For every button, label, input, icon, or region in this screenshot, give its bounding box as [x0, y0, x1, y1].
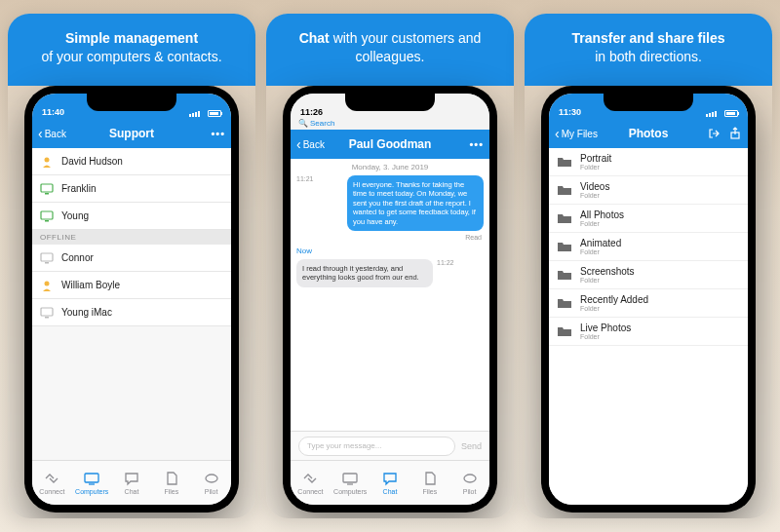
list-item[interactable]: ScreenshotsFolder	[549, 261, 748, 289]
tab-connect[interactable]: Connect	[32, 461, 72, 505]
svg-point-7	[45, 281, 50, 285]
logout-icon[interactable]	[707, 127, 721, 140]
back-button[interactable]: ‹ Back	[296, 137, 325, 151]
banner-2: Chat with your customers and colleagues.	[266, 14, 514, 86]
computer-icon	[40, 210, 54, 222]
list-item[interactable]: Connor	[32, 245, 231, 272]
computers-icon	[341, 471, 359, 486]
list-item[interactable]: All PhotosFolder	[549, 205, 748, 233]
pilot-icon	[461, 471, 479, 486]
list-item[interactable]: Franklin	[32, 175, 231, 203]
list-item[interactable]: Young	[32, 203, 231, 230]
notch	[87, 94, 176, 111]
tab-files[interactable]: Files	[151, 461, 191, 505]
files-list: PortraitFolder VideosFolder All PhotosFo…	[549, 148, 748, 505]
computer-icon	[40, 252, 54, 264]
nav-bar: ‹ Back Support •••	[32, 119, 231, 148]
folder-icon	[557, 240, 572, 254]
files-icon	[163, 471, 180, 486]
tab-pilot[interactable]: Pilot	[449, 461, 489, 505]
promo-panel-3: Transfer and share files in both directi…	[525, 14, 772, 518]
back-button[interactable]: ‹ Back	[38, 127, 66, 140]
list-item[interactable]: VideosFolder	[549, 176, 748, 205]
list-item[interactable]: William Boyle	[32, 272, 231, 299]
svg-rect-9	[45, 317, 49, 319]
message-input[interactable]: Type your message...	[298, 437, 455, 456]
system-search-return[interactable]: 🔍Search	[291, 119, 489, 130]
nav-bar: ‹ Back Paul Goodman •••	[291, 130, 489, 159]
list-item[interactable]: AnimatedFolder	[549, 233, 748, 261]
chat-date: Monday, 3. June 2019	[291, 159, 489, 173]
chat-icon	[123, 471, 140, 486]
svg-rect-3	[41, 211, 53, 219]
share-icon[interactable]	[728, 127, 742, 140]
chevron-left-icon: ‹	[296, 137, 301, 151]
list-item[interactable]: David Hudson	[32, 148, 231, 175]
read-receipt: Read	[291, 233, 489, 245]
svg-rect-13	[343, 474, 357, 482]
message-incoming: I read through it yesterday, and everyth…	[296, 259, 433, 287]
user-icon	[40, 156, 54, 168]
signal-icon	[706, 111, 717, 117]
more-icon[interactable]: •••	[469, 138, 484, 150]
folder-icon	[557, 211, 572, 226]
section-header-offline: OFFLINE	[32, 230, 231, 245]
svg-point-15	[464, 475, 476, 482]
pilot-icon	[203, 471, 220, 486]
tab-computers[interactable]: Computers	[331, 461, 370, 505]
computers-icon	[83, 471, 100, 486]
chat-input-bar: Type your message... Send	[291, 431, 489, 460]
chat-thread: Monday, 3. June 2019 11:21 Hi everyone. …	[291, 159, 489, 431]
list-item[interactable]: Young iMac	[32, 299, 231, 326]
send-button[interactable]: Send	[461, 441, 482, 451]
list-item[interactable]: Live PhotosFolder	[549, 318, 748, 346]
promo-panel-2: Chat with your customers and colleagues.…	[266, 14, 514, 518]
banner-1: Simple management of your computers & co…	[8, 14, 255, 86]
svg-rect-10	[85, 474, 98, 482]
user-icon	[40, 280, 54, 291]
svg-rect-4	[45, 220, 49, 222]
chevron-left-icon: ‹	[38, 127, 43, 140]
notch	[604, 94, 693, 111]
clock: 11:26	[300, 107, 323, 117]
now-label: Now	[291, 245, 489, 257]
computer-icon	[40, 307, 54, 319]
svg-point-0	[45, 157, 50, 162]
chevron-left-icon: ‹	[555, 127, 560, 140]
back-button[interactable]: ‹ My Files	[555, 127, 598, 140]
tab-computers[interactable]: Computers	[72, 461, 112, 505]
folder-icon	[557, 183, 572, 198]
folder-icon	[557, 296, 572, 311]
tab-files[interactable]: Files	[410, 461, 449, 505]
battery-icon	[724, 110, 738, 117]
folder-icon	[557, 155, 572, 170]
search-icon: 🔍	[298, 119, 308, 128]
notch	[345, 94, 435, 111]
list-item[interactable]: PortraitFolder	[549, 148, 748, 176]
tab-chat[interactable]: Chat	[370, 461, 410, 505]
folder-icon	[557, 268, 572, 283]
chat-icon	[381, 471, 399, 486]
more-icon[interactable]: •••	[211, 128, 225, 139]
folder-icon	[557, 324, 572, 339]
signal-icon	[189, 111, 200, 117]
connect-icon	[301, 471, 319, 486]
promo-panel-1: Simple management of your computers & co…	[8, 14, 255, 518]
phone-frame-1: 11:40 ‹ Back Support •••	[24, 86, 239, 513]
list-item[interactable]: Recently AddedFolder	[549, 289, 748, 318]
nav-bar: ‹ My Files Photos	[549, 119, 748, 148]
tab-pilot[interactable]: Pilot	[191, 461, 231, 505]
tab-connect[interactable]: Connect	[291, 461, 331, 505]
phone-frame-2: 11:26 🔍Search ‹ Back Paul Goodman ••• Mo…	[283, 86, 497, 513]
svg-rect-1	[41, 184, 53, 192]
phone-frame-3: 11:30 ‹ My Files Photos PortraitFolder	[541, 86, 756, 513]
tab-chat[interactable]: Chat	[112, 461, 152, 505]
svg-rect-6	[45, 262, 49, 264]
svg-point-12	[206, 475, 217, 482]
clock: 11:40	[42, 107, 64, 117]
msg-time: 11:21	[296, 175, 314, 182]
clock: 11:30	[559, 107, 581, 117]
message-outgoing: Hi everyone. Thanks for taking the time …	[347, 175, 484, 231]
files-icon	[421, 471, 439, 486]
svg-rect-8	[41, 308, 53, 316]
